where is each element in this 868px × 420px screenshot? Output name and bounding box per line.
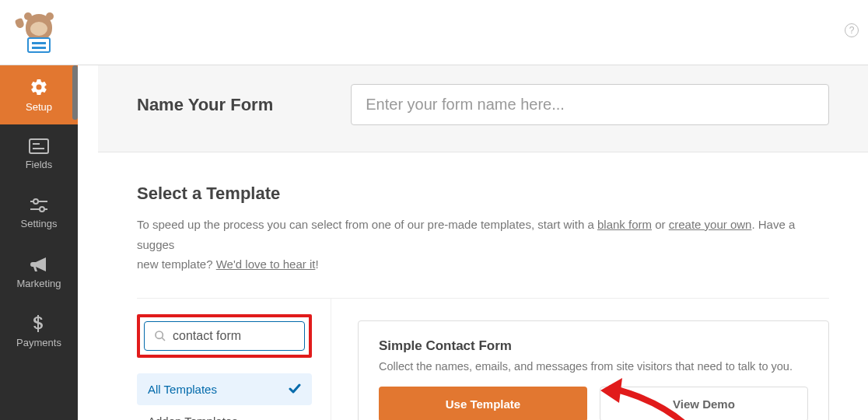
template-section: Select a Template To speed up the proces… — [98, 152, 868, 420]
template-card-description: Collect the names, emails, and messages … — [379, 360, 808, 373]
help-icon[interactable]: ? — [845, 23, 859, 37]
check-icon — [289, 383, 301, 394]
sidebar: Setup Fields Settings Marketing Payments — [0, 65, 78, 420]
view-demo-button[interactable]: View Demo — [600, 387, 808, 421]
template-filters-panel: All Templates Addon Templates — [137, 299, 331, 421]
svg-point-6 — [40, 207, 44, 212]
template-card-title: Simple Contact Form — [379, 338, 808, 354]
template-card-simple-contact: Simple Contact Form Collect the names, e… — [358, 320, 829, 421]
template-search-input[interactable] — [173, 329, 295, 343]
template-search-box[interactable] — [144, 321, 305, 351]
svg-point-7 — [156, 331, 163, 338]
svg-point-4 — [33, 199, 38, 204]
dollar-icon — [33, 315, 44, 332]
sidebar-item-label: Setup — [26, 101, 52, 113]
sidebar-item-label: Marketing — [16, 278, 61, 289]
sidebar-item-label: Fields — [26, 159, 53, 170]
bullhorn-icon — [30, 256, 48, 273]
search-highlight-annotation — [137, 314, 312, 358]
filter-all-templates[interactable]: All Templates — [137, 373, 312, 405]
blank-form-link[interactable]: blank form — [597, 218, 652, 231]
beaver-logo-icon — [20, 14, 58, 51]
svg-rect-0 — [30, 139, 48, 153]
name-form-section: Name Your Form — [98, 65, 868, 152]
filter-label: All Templates — [148, 383, 217, 396]
sidebar-item-label: Settings — [21, 218, 58, 229]
template-filter-list: All Templates Addon Templates — [137, 373, 312, 421]
filter-addon-templates[interactable]: Addon Templates — [137, 405, 312, 421]
sidebar-item-setup[interactable]: Setup — [0, 65, 78, 124]
sidebar-item-payments[interactable]: Payments — [0, 302, 78, 361]
search-icon — [154, 330, 166, 342]
template-description: To speed up the process you can select f… — [137, 215, 829, 275]
sidebar-item-settings[interactable]: Settings — [0, 184, 78, 243]
filter-label: Addon Templates — [148, 415, 238, 421]
sidebar-scrollbar[interactable] — [72, 65, 78, 120]
feedback-link[interactable]: We'd love to hear it — [216, 257, 316, 271]
template-heading: Select a Template — [137, 184, 829, 204]
template-results-panel: Simple Contact Form Collect the names, e… — [331, 299, 829, 421]
name-form-label: Name Your Form — [137, 95, 273, 115]
form-fields-icon — [29, 138, 49, 154]
sidebar-item-label: Payments — [16, 337, 61, 348]
form-name-input[interactable] — [351, 84, 829, 125]
content-area: Name Your Form Select a Template To spee… — [98, 65, 868, 420]
app-logo — [0, 0, 78, 65]
create-own-link[interactable]: create your own — [669, 218, 752, 231]
use-template-button[interactable]: Use Template — [379, 387, 587, 421]
sidebar-item-marketing[interactable]: Marketing — [0, 243, 78, 302]
svg-line-8 — [162, 338, 165, 341]
gear-icon — [30, 78, 48, 96]
sidebar-item-fields[interactable]: Fields — [0, 124, 78, 184]
top-bar: ? — [0, 0, 868, 65]
sliders-icon — [30, 198, 48, 213]
